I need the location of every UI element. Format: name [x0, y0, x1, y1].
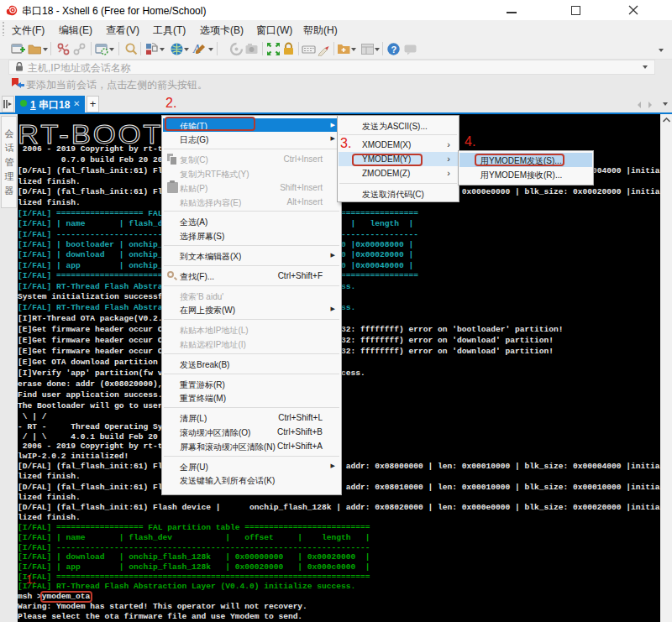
svg-text:?: ? — [391, 44, 397, 55]
